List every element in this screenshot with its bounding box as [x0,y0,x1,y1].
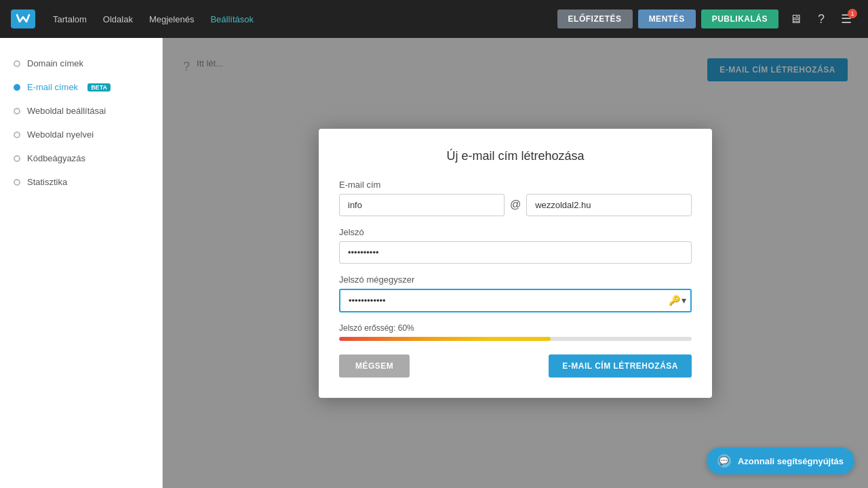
sidebar-item-statisztika[interactable]: Statisztika [0,170,162,194]
modal-dialog: Új e-mail cím létrehozása E-mail cím @ J… [319,129,712,398]
cart-icon-button[interactable]: ☰ 1 [835,9,857,29]
sidebar-dot-web-lang [14,131,20,138]
nav-tartalom[interactable]: Tartalom [52,12,88,27]
chat-label: Azonnali segítségnyújtás [738,456,844,466]
sidebar-dot-web-settings [14,108,20,115]
password-confirm-form-group: Jelszó mégegyszer 🔑 ▾ [339,274,692,312]
sidebar-label-web-settings: Weboldal beállításai [27,106,106,116]
strength-bar-fill [339,337,551,341]
strength-bar-container [339,337,692,341]
sidebar-item-email[interactable]: E-mail címek BETA [0,75,162,99]
logo[interactable] [11,9,35,28]
cart-badge: 1 [848,9,857,18]
top-navbar: Tartalom Oldalak Megjelenés Beállítások … [0,0,868,38]
modal-title: Új e-mail cím létrehozása [339,149,692,163]
nav-megjelenes[interactable]: Megjelenés [148,12,196,27]
cancel-button[interactable]: MÉGSEM [339,354,410,378]
sidebar-dot-domain [14,60,20,67]
sidebar-label-domain: Domain címek [27,58,83,68]
publikalas-button[interactable]: PUBLIKALÁS [701,9,778,28]
nav-beallitasok[interactable]: Beállítások [209,12,255,27]
sidebar-dot-code [14,155,20,162]
sidebar: Domain címek E-mail címek BETA Weboldal … [0,38,163,488]
email-row: @ [339,194,692,216]
password-form-group: Jelszó [339,227,692,264]
sidebar-item-weboldal-nyelvei[interactable]: Weboldal nyelvei [0,123,162,146]
password-input[interactable] [339,241,692,264]
email-label: E-mail cím [339,180,692,190]
sidebar-label-web-lang: Weboldal nyelvei [27,129,94,140]
logo-icon [11,9,35,28]
monitor-icon-button[interactable]: 🖥 [784,9,807,29]
chat-bubble-icon: 💬 [717,454,731,468]
modal-actions: MÉGSEM E-MAIL CÍM LÉTREHOZÁSA [339,354,692,378]
strength-section: Jelszó erősség: 60% [339,323,692,341]
beta-badge: BETA [87,83,111,92]
domain-input[interactable] [526,194,692,216]
sidebar-item-domain[interactable]: Domain címek [0,52,162,75]
main-layout: Domain címek E-mail címek BETA Weboldal … [0,38,868,488]
elofizetes-button[interactable]: ELŐFIZETÉS [557,9,633,28]
sidebar-label-stats: Statisztika [27,177,67,187]
email-input[interactable] [339,194,505,216]
sidebar-label-code: Kódbeágyazás [27,153,85,163]
password-confirm-input[interactable] [339,289,692,312]
nav-right-actions: ELŐFIZETÉS MENTÉS PUBLIKALÁS 🖥 ? ☰ 1 [557,9,857,29]
sidebar-item-kodbeagyazas[interactable]: Kódbeágyazás [0,146,162,170]
sidebar-dot-stats [14,179,20,186]
chevron-down-icon: ▾ [682,295,686,306]
at-symbol: @ [510,199,521,211]
nav-links: Tartalom Oldalak Megjelenés Beállítások [52,12,255,27]
create-email-submit-button[interactable]: E-MAIL CÍM LÉTREHOZÁSA [549,354,692,378]
sidebar-dot-email [14,84,20,91]
modal-overlay: Új e-mail cím létrehozása E-mail cím @ J… [163,38,868,488]
key-icon: 🔑 [669,295,680,306]
strength-label: Jelszó erősség: 60% [339,323,692,333]
chat-widget[interactable]: 💬 Azonnali segítségnyújtás [707,447,854,474]
help-icon-button[interactable]: ? [812,9,830,29]
mentes-button[interactable]: MENTÉS [638,9,696,28]
email-form-group: E-mail cím @ [339,180,692,216]
password-toggle-button[interactable]: 🔑 ▾ [669,295,686,306]
password-confirm-row: 🔑 ▾ [339,289,692,312]
sidebar-item-weboldal-beallitasai[interactable]: Weboldal beállításai [0,99,162,123]
nav-oldalak[interactable]: Oldalak [102,12,134,27]
password-confirm-label: Jelszó mégegyszer [339,274,692,285]
content-area: ? Itt lét... E-MAIL CÍM LÉTREHOZÁSA Új e… [163,38,868,488]
sidebar-label-email: E-mail címek [27,82,78,92]
password-label: Jelszó [339,227,692,237]
